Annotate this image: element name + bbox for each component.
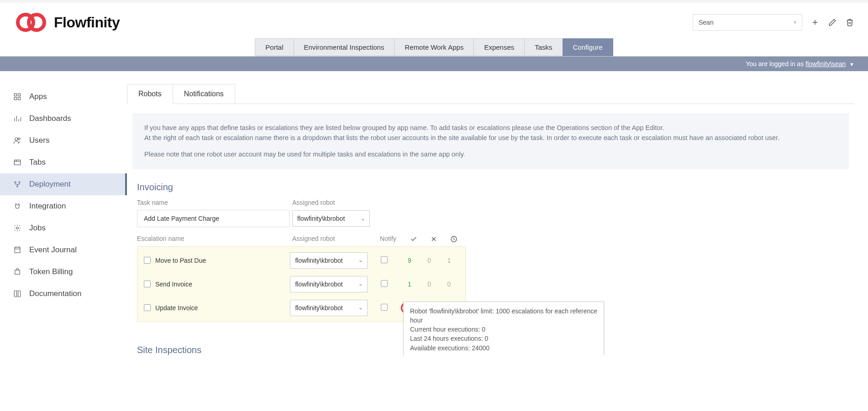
tooltip-line-3: Last 24 hours executions: 0: [410, 334, 597, 343]
svg-rect-25: [15, 270, 20, 274]
sidebar-item-label: Tabs: [29, 158, 46, 167]
svg-point-19: [17, 186, 18, 187]
task-robot-select[interactable]: flowfinity\kbrobot ⌄: [292, 210, 370, 227]
task-robot-value: flowfinity\kbrobot: [297, 215, 345, 222]
sidebar-item-jobs[interactable]: Jobs: [0, 217, 127, 239]
sidebar-item-label: Documentation: [29, 289, 81, 298]
sidebar-item-label: Integration: [29, 202, 66, 211]
main-tab-portal[interactable]: Portal: [255, 38, 294, 56]
escalation-robot-select[interactable]: flowfinity\kbrobot⌄: [290, 252, 368, 269]
svg-point-18: [19, 182, 20, 183]
token-billing-icon: [13, 267, 22, 276]
stat-fail: 0: [420, 257, 439, 264]
main-tab-configure[interactable]: Configure: [563, 38, 613, 56]
brand-name: Flowfinity: [54, 14, 120, 31]
main-tabs: PortalEnvironmental InspectionsRemote Wo…: [0, 38, 868, 57]
users-icon: [13, 136, 22, 145]
escalation-name-value: Send Invoice: [155, 281, 192, 288]
stat-pending: 1: [439, 257, 459, 264]
column-header-success-icon: [404, 234, 424, 242]
column-header-notify: Notify: [373, 235, 404, 242]
notify-checkbox[interactable]: [381, 304, 388, 311]
tooltip-line-1: Robot 'flowfinity\kbrobot' limit: 1000 e…: [410, 307, 597, 325]
svg-rect-5: [18, 94, 21, 96]
escalations-table: Move to Past Dueflowfinity\kbrobot⌄901Se…: [137, 246, 466, 322]
svg-point-1: [29, 15, 44, 30]
escalation-robot-select[interactable]: flowfinity\kbrobot⌄: [290, 300, 368, 316]
svg-rect-6: [14, 98, 16, 100]
invoicing-section: Invoicing Task name Assigned robot Add L…: [127, 178, 854, 331]
sidebar-item-apps[interactable]: Apps: [0, 86, 127, 108]
user-select[interactable]: Sean ▾: [693, 14, 802, 31]
tabs-icon: [13, 158, 22, 167]
info-paragraph-2: At the right of each task or escalation …: [144, 134, 779, 141]
sidebar: AppsDashboardsUsersTabsDeploymentIntegra…: [0, 84, 127, 355]
login-bar: You are logged in as flowfinity\sean ▼: [0, 57, 868, 71]
tooltip-line-4: Available executions: 24000: [410, 343, 597, 353]
svg-rect-14: [14, 160, 21, 165]
column-header-pending-icon: [444, 234, 464, 242]
svg-point-12: [15, 138, 18, 140]
escalation-name-value: Update Invoice: [155, 304, 198, 312]
main-tab-expenses[interactable]: Expenses: [473, 38, 525, 56]
notify-checkbox[interactable]: [381, 280, 388, 287]
escalation-robot-value: flowfinity\kbrobot: [295, 281, 342, 288]
sub-tab-robots[interactable]: Robots: [127, 84, 173, 104]
column-header-task-name: Task name: [137, 199, 292, 206]
edit-icon[interactable]: [828, 18, 837, 27]
deployment-icon: [13, 180, 22, 189]
event-journal-icon: [13, 245, 22, 255]
svg-point-20: [16, 227, 19, 229]
main-tab-remote-work-apps[interactable]: Remote Work Apps: [394, 38, 474, 56]
escalation-robot-select[interactable]: flowfinity\kbrobot⌄: [290, 276, 368, 292]
main-tab-environmental-inspections[interactable]: Environmental Inspections: [294, 38, 395, 56]
info-box: If you have any apps that define tasks o…: [132, 113, 849, 169]
main-tab-tasks[interactable]: Tasks: [524, 38, 563, 56]
user-select-value: Sean: [699, 19, 714, 26]
sidebar-item-event-journal[interactable]: Event Journal: [0, 239, 127, 261]
documentation-icon: [13, 289, 22, 298]
chevron-down-icon: ⌄: [358, 281, 363, 287]
sidebar-item-documentation[interactable]: Documentation: [0, 283, 127, 305]
login-user-link[interactable]: flowfinity\sean: [805, 60, 846, 68]
sidebar-item-label: Deployment: [29, 180, 71, 189]
info-paragraph-3: Please note that one robot user account …: [144, 150, 837, 160]
sidebar-item-users[interactable]: Users: [0, 130, 127, 151]
escalation-robot-value: flowfinity\kbrobot: [295, 257, 342, 264]
integration-icon: [13, 202, 22, 211]
sidebar-item-label: Token Billing: [29, 267, 73, 276]
sidebar-item-integration[interactable]: Integration: [0, 195, 127, 217]
column-header-assigned-robot-2: Assigned robot: [292, 235, 373, 242]
stat-pending: 0: [439, 281, 459, 288]
escalation-checkbox[interactable]: [144, 281, 151, 287]
sidebar-item-label: Dashboards: [29, 114, 71, 123]
escalation-checkbox[interactable]: [144, 304, 151, 311]
delete-icon[interactable]: [845, 18, 854, 27]
section-title-invoicing: Invoicing: [137, 182, 844, 192]
tooltip-line-2: Current hour executions: 0: [410, 325, 597, 334]
svg-rect-21: [15, 247, 20, 253]
chevron-down-icon: ⌄: [358, 257, 363, 263]
notify-checkbox[interactable]: [381, 256, 388, 263]
stat-success: 9: [400, 257, 419, 264]
logo-mark-icon: [14, 11, 50, 34]
robot-limit-tooltip: Robot 'flowfinity\kbrobot' limit: 1000 e…: [403, 302, 604, 355]
add-icon[interactable]: [810, 18, 820, 27]
sub-tab-notifications[interactable]: Notifications: [173, 84, 235, 104]
sidebar-item-token-billing[interactable]: Token Billing: [0, 261, 127, 283]
jobs-icon: [13, 224, 22, 233]
caret-down-icon: ▼: [849, 62, 854, 67]
sidebar-item-deployment[interactable]: Deployment: [0, 173, 127, 195]
escalation-row: Move to Past Dueflowfinity\kbrobot⌄901: [137, 249, 465, 272]
sidebar-item-label: Event Journal: [29, 245, 77, 255]
task-name-value: Add Late Payment Charge: [137, 210, 289, 227]
task-row: Add Late Payment Charge flowfinity\kbrob…: [137, 210, 844, 227]
escalation-checkbox[interactable]: [144, 257, 151, 264]
sidebar-item-dashboards[interactable]: Dashboards: [0, 108, 127, 130]
svg-rect-7: [18, 98, 21, 100]
escalation-name-value: Move to Past Due: [155, 257, 206, 264]
chevron-down-icon: ▾: [794, 19, 796, 26]
chevron-down-icon: ⌄: [361, 216, 365, 222]
sidebar-item-tabs[interactable]: Tabs: [0, 151, 127, 173]
escalation-row: Send Invoiceflowfinity\kbrobot⌄100: [137, 272, 465, 296]
